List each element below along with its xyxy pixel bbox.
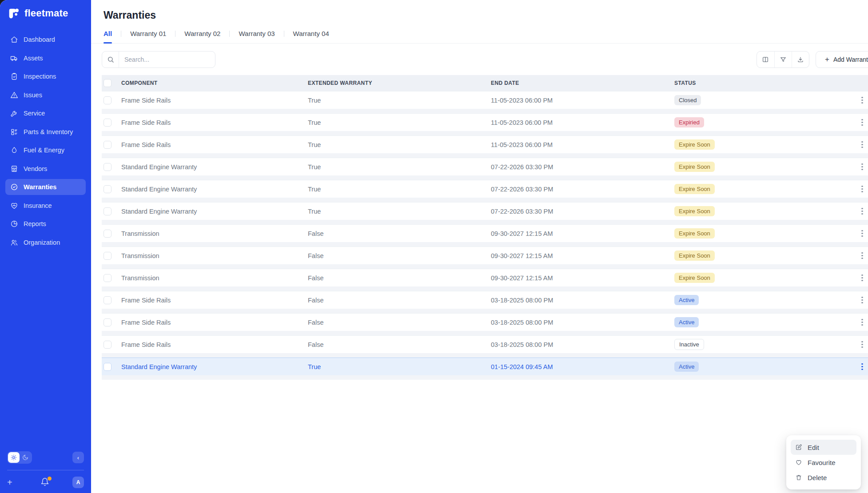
row-checkbox[interactable] <box>104 96 111 104</box>
status-badge: Closed <box>674 95 701 105</box>
row-menu-kebab-icon[interactable] <box>856 163 868 170</box>
table-row[interactable]: Frame Side Rails False 03-18-2025 08:00 … <box>102 335 868 358</box>
cell-end-date: 07-22-2026 03:30 PM <box>491 163 674 171</box>
row-menu-kebab-icon[interactable] <box>856 363 868 370</box>
add-new-button[interactable]: + <box>7 477 18 488</box>
toolbar-icon-button[interactable] <box>774 52 792 68</box>
row-checkbox[interactable] <box>104 185 111 193</box>
sidebar-collapse-button[interactable]: ‹ <box>72 452 84 463</box>
row-checkbox[interactable] <box>104 296 111 304</box>
droplet-icon <box>10 146 18 154</box>
tab[interactable]: Warranty 01 <box>130 29 166 43</box>
sidebar-item-label: Service <box>24 110 45 117</box>
search-icon <box>102 52 119 68</box>
table-row[interactable]: Transmission False 09-30-2027 12:15 AM E… <box>102 269 868 291</box>
context-menu-item-label: Edit <box>808 444 819 451</box>
column-header-end-date: End Date <box>491 80 674 86</box>
notifications-button[interactable] <box>40 477 50 487</box>
sidebar-item[interactable]: Fuel & Energy <box>5 142 86 158</box>
table-row[interactable]: Transmission False 09-30-2027 12:15 AM E… <box>102 224 868 246</box>
table-row[interactable]: Standard Engine Warranty True 07-22-2026… <box>102 180 868 202</box>
clipboard-icon <box>10 72 18 80</box>
tab[interactable]: Warranty 04 <box>293 29 329 43</box>
row-checkbox[interactable] <box>104 274 111 282</box>
context-menu-item[interactable]: Edit <box>791 440 856 455</box>
cell-component: Frame Side Rails <box>121 319 308 326</box>
status-badge: Inactive <box>674 339 704 350</box>
row-menu-kebab-icon[interactable] <box>856 97 868 103</box>
cell-component: Frame Side Rails <box>121 297 308 304</box>
sidebar-item[interactable]: Issues <box>5 87 86 103</box>
table-row[interactable]: Frame Side Rails False 03-18-2025 08:00 … <box>102 313 868 335</box>
sidebar-item[interactable]: Vendors <box>5 161 86 177</box>
tab[interactable]: All <box>104 29 112 43</box>
table-row[interactable]: Standard Engine Warranty True 01-15-2024… <box>102 358 868 380</box>
sidebar-item[interactable]: Reports <box>5 216 86 232</box>
tab-separator <box>121 31 121 37</box>
table-row[interactable]: Frame Side Rails True 11-05-2023 06:00 P… <box>102 113 868 135</box>
row-menu-kebab-icon[interactable] <box>856 141 868 148</box>
table-row[interactable]: Frame Side Rails True 11-05-2023 06:00 P… <box>102 135 868 158</box>
table-row[interactable]: Transmission False 09-30-2027 12:15 AM E… <box>102 246 868 269</box>
table-row[interactable]: Frame Side Rails True 11-05-2023 06:00 P… <box>102 91 868 113</box>
tab[interactable]: Warranty 02 <box>184 29 220 43</box>
cell-component: Frame Side Rails <box>121 97 308 104</box>
context-menu-item[interactable]: Favourite <box>791 455 856 470</box>
context-menu-item[interactable]: Delete <box>791 470 856 485</box>
app-window: fleetmate Dashboard Assets Inspections I… <box>0 0 868 493</box>
row-menu-kebab-icon[interactable] <box>856 341 868 348</box>
row-checkbox[interactable] <box>104 252 111 260</box>
select-all-checkbox[interactable] <box>104 79 111 87</box>
table-row[interactable]: Frame Side Rails False 03-18-2025 08:00 … <box>102 291 868 313</box>
row-checkbox[interactable] <box>104 363 111 371</box>
light-mode-sun-icon[interactable] <box>8 452 20 463</box>
dark-mode-moon-icon[interactable] <box>20 452 31 463</box>
table-controls: + Add Warranty <box>91 44 868 75</box>
row-menu-kebab-icon[interactable] <box>856 230 868 237</box>
toolbar-icon-button[interactable] <box>792 52 809 68</box>
row-menu-kebab-icon[interactable] <box>856 297 868 303</box>
row-checkbox[interactable] <box>104 318 111 326</box>
cell-extended-warranty: False <box>308 252 491 259</box>
row-menu-kebab-icon[interactable] <box>856 274 868 281</box>
sidebar-item[interactable]: Parts & Inventory <box>5 124 86 140</box>
sidebar-item[interactable]: Service <box>5 105 86 121</box>
row-checkbox[interactable] <box>104 163 111 171</box>
edit-icon <box>795 444 802 451</box>
add-warranty-button[interactable]: + Add Warranty <box>816 51 868 68</box>
row-menu-kebab-icon[interactable] <box>856 119 868 126</box>
sidebar-item[interactable]: Dashboard <box>5 32 86 48</box>
row-menu-kebab-icon[interactable] <box>856 319 868 326</box>
user-avatar[interactable]: A <box>72 477 84 488</box>
status-badge: Expire Soon <box>674 162 715 172</box>
sidebar-item[interactable]: Assets <box>5 50 86 66</box>
cell-component: Frame Side Rails <box>121 119 308 126</box>
cell-extended-warranty: True <box>308 208 491 215</box>
row-checkbox[interactable] <box>104 207 111 215</box>
table-row[interactable]: Standard Engine Warranty True 07-22-2026… <box>102 158 868 180</box>
cell-end-date: 11-05-2023 06:00 PM <box>491 119 674 126</box>
sidebar-item-label: Reports <box>24 220 46 227</box>
toolbar-icon-button[interactable] <box>757 52 774 68</box>
theme-toggle[interactable] <box>7 451 32 464</box>
row-menu-kebab-icon[interactable] <box>856 208 868 215</box>
sidebar-item[interactable]: Insurance <box>5 198 86 214</box>
sidebar-item[interactable]: Organization <box>5 235 86 250</box>
row-checkbox[interactable] <box>104 141 111 149</box>
download-icon <box>797 56 804 63</box>
row-checkbox[interactable] <box>104 119 111 127</box>
page-title: Warranties <box>91 0 868 21</box>
row-checkbox[interactable] <box>104 341 111 349</box>
sidebar-item[interactable]: Inspections <box>5 68 86 84</box>
plus-icon: + <box>825 55 829 64</box>
cell-component: Standard Engine Warranty <box>121 163 308 171</box>
tab[interactable]: Warranty 03 <box>239 29 275 43</box>
sidebar-item[interactable]: Warranties <box>5 179 86 195</box>
row-menu-kebab-icon[interactable] <box>856 252 868 259</box>
sidebar-item-label: Organization <box>24 239 60 246</box>
row-checkbox[interactable] <box>104 230 111 238</box>
search-input[interactable] <box>119 56 215 63</box>
table-header-row: Component Extended Warranty End Date Sta… <box>102 75 868 91</box>
table-row[interactable]: Standard Engine Warranty True 07-22-2026… <box>102 202 868 224</box>
row-menu-kebab-icon[interactable] <box>856 186 868 192</box>
